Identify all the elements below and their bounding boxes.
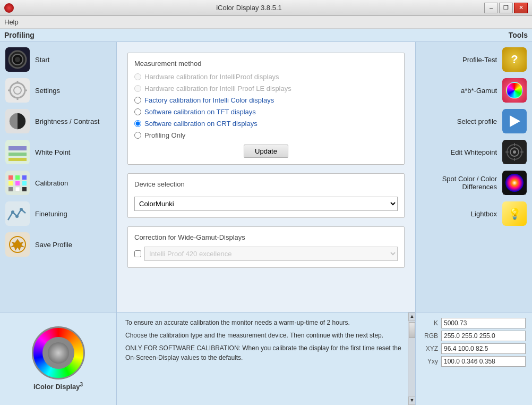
color-wheel-center	[48, 342, 69, 364]
info-text-2: Choose the calibration type and the meas…	[125, 331, 407, 340]
window-controls: – ❐ ✕	[484, 3, 528, 13]
sidebar-item-settings[interactable]: Settings	[0, 75, 116, 106]
update-button[interactable]: Update	[244, 145, 288, 158]
sidebar-label-brightness: Brightness / Contrast	[35, 117, 99, 125]
titlebar-left	[4, 3, 14, 13]
help-menu[interactable]: Help	[4, 18, 19, 26]
restore-button[interactable]: ❐	[499, 3, 513, 13]
svg-point-29	[15, 215, 19, 218]
minimize-button[interactable]: –	[484, 3, 498, 13]
radio-option-hw-intelli-proof-le: Hardware calibration for Intelli Proof L…	[134, 85, 398, 92]
svg-rect-19	[15, 175, 20, 180]
tool-item-profile-test[interactable]: Profile-Test ?	[416, 44, 532, 75]
sidebar-item-white-point[interactable]: White Point	[0, 137, 116, 167]
tool-label-spot-color: Spot Color / Color Differences	[421, 175, 497, 191]
svg-point-39	[513, 150, 516, 154]
scroll-thumb[interactable]	[409, 322, 415, 338]
tool-item-select-profile[interactable]: Select profile	[416, 106, 532, 137]
sidebar-item-calibration[interactable]: Calibration	[0, 167, 116, 198]
right-panel: Profile-Test ? a*b*-Gamut Select profile	[415, 42, 532, 312]
svg-rect-26	[22, 187, 27, 191]
bottom-right: K 5000.73 RGB 255.0 255.0 255.0 XYZ 96.4…	[415, 313, 532, 405]
menubar: Help	[0, 16, 532, 29]
tool-label-lightbox: Lightbox	[471, 210, 497, 218]
label-hw-intelli-proof-le: Hardware calibration for Intelli Proof L…	[144, 85, 291, 92]
header-row: Profiling Tools	[0, 29, 532, 42]
info-text-1: To ensure an accurate calibration the mo…	[125, 318, 407, 327]
sidebar-item-finetuning[interactable]: Finetuning	[0, 198, 116, 229]
scrollbar-track[interactable]: ▲ ▼	[408, 313, 415, 405]
radio-hw-intelli-proof-le[interactable]	[134, 85, 141, 92]
lightbulb-icon: 💡	[502, 201, 527, 226]
tool-item-lightbox[interactable]: Lightbox 💡	[416, 198, 532, 229]
yxy-value-field: 100.0 0.346 0.358	[441, 356, 526, 367]
radio-factory-intelli-color[interactable]	[134, 97, 141, 104]
sidebar-item-brightness-contrast[interactable]: Brightness / Contrast	[0, 106, 116, 137]
select-profile-icon	[502, 109, 527, 133]
device-selection-label: Device selection	[134, 180, 398, 188]
measurement-method-box: Measurement method Hardware calibration …	[127, 53, 405, 165]
svg-rect-25	[15, 187, 20, 191]
svg-rect-21	[8, 181, 13, 185]
svg-rect-16	[8, 158, 27, 161]
correction-checkbox[interactable]	[134, 250, 141, 257]
sidebar-label-start: Start	[35, 56, 49, 64]
center-panel: Measurement method Hardware calibration …	[117, 42, 415, 312]
radio-option-factory: Factory calibration for Intelli Color di…	[134, 96, 398, 104]
svg-point-30	[20, 208, 23, 211]
k-value-row: K 5000.73	[422, 318, 526, 328]
edit-whitepoint-icon	[502, 140, 527, 164]
radio-option-profiling-only: Profiling Only	[134, 131, 398, 139]
edit-whitepoint-svg	[502, 140, 527, 164]
sidebar-label-settings: Settings	[35, 87, 60, 95]
sidebar-item-save-profile[interactable]: Save Profile	[0, 229, 116, 260]
main-container: Profiling Tools Start	[0, 29, 532, 405]
sidebar-label-white-point: White Point	[35, 148, 70, 156]
tool-label-profile-test: Profile-Test	[462, 56, 497, 64]
color-wheel-logo	[32, 326, 85, 379]
yxy-value-row: Yxy 100.0 0.346 0.358	[422, 356, 526, 367]
radio-sw-tft[interactable]	[134, 108, 141, 115]
app-icon	[4, 3, 14, 13]
device-select[interactable]: ColorMunki	[134, 197, 398, 211]
svg-rect-23	[22, 181, 27, 185]
label-sw-tft: Software calibration on TFT displays	[144, 108, 256, 116]
correction-row: Intelli Proof 420 excellence	[134, 247, 398, 261]
scroll-down-button[interactable]: ▼	[408, 396, 415, 405]
tool-item-spot-color[interactable]: Spot Color / Color Differences	[416, 167, 532, 198]
question-mark-icon: ?	[502, 47, 527, 72]
svg-rect-15	[8, 153, 27, 156]
radio-hw-intelli-proof[interactable]	[134, 73, 141, 80]
label-profiling-only: Profiling Only	[144, 131, 185, 139]
device-selection-box: Device selection ColorMunki	[127, 173, 405, 218]
correction-label: Correction for Wide-Gamut-Displays	[134, 233, 398, 241]
ab-gamut-icon	[502, 78, 527, 103]
correction-select[interactable]: Intelli Proof 420 excellence	[144, 247, 398, 261]
white-point-icon	[5, 140, 30, 164]
radio-profiling-only[interactable]	[134, 132, 141, 139]
radio-option-sw-crt: Software calibration on CRT displays	[134, 120, 398, 128]
close-button[interactable]: ✕	[514, 3, 528, 13]
svg-rect-20	[22, 175, 27, 180]
finetuning-icon	[5, 201, 30, 226]
sidebar-item-start[interactable]: Start	[0, 44, 116, 75]
app-name-label: iColor Display3	[33, 382, 83, 391]
tool-item-edit-whitepoint[interactable]: Edit Whitepoint	[416, 137, 532, 167]
svg-rect-27	[5, 201, 30, 226]
xyz-value-field: 96.4 100.0 82.5	[441, 343, 526, 354]
svg-rect-22	[15, 181, 20, 185]
sidebar-label-calibration: Calibration	[35, 179, 68, 187]
brightness-contrast-icon	[5, 109, 30, 133]
tool-label-edit-whitepoint: Edit Whitepoint	[451, 148, 497, 156]
svg-rect-14	[8, 146, 27, 150]
radio-sw-crt[interactable]	[134, 120, 141, 127]
tool-item-ab-gamut[interactable]: a*b*-Gamut	[416, 75, 532, 106]
yxy-label: Yxy	[422, 358, 438, 365]
rgb-value-row: RGB 255.0 255.0 255.0	[422, 331, 526, 341]
gamut-inner	[506, 82, 523, 99]
bottom-left: iColor Display3	[0, 313, 117, 405]
calibration-icon	[5, 171, 30, 195]
scroll-up-button[interactable]: ▲	[408, 313, 415, 321]
color-wheel-inner	[42, 337, 74, 369]
start-icon	[5, 47, 30, 72]
